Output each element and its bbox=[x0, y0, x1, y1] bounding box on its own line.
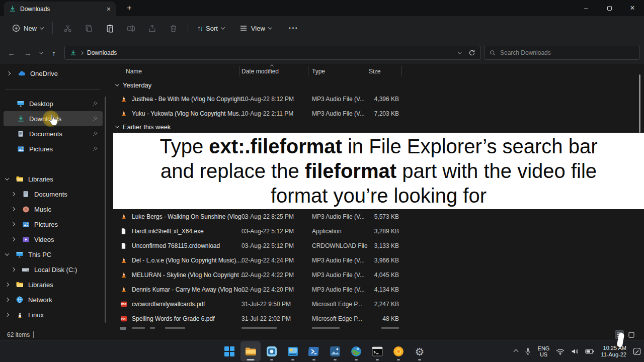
volume-icon[interactable] bbox=[571, 348, 579, 355]
sidebar-item-libraries[interactable]: Libraries bbox=[0, 171, 104, 187]
taskbar-media-app-button[interactable] bbox=[262, 341, 282, 361]
hand-cursor bbox=[48, 114, 58, 126]
back-button[interactable]: ← bbox=[5, 46, 18, 59]
file-row[interactable]: PDF cvcwordfamilywallcards.pdf 31-Jul-22… bbox=[110, 297, 638, 311]
column-header-type[interactable]: Type bbox=[312, 68, 325, 75]
file-date: 31-Jul-22 9:50 PM bbox=[242, 301, 291, 308]
view-button[interactable]: View bbox=[234, 21, 277, 36]
new-button[interactable]: New bbox=[7, 21, 48, 36]
show-hidden-icons-chevron[interactable] bbox=[513, 349, 518, 354]
clock[interactable]: 10:25 AM 11-Aug-22 bbox=[601, 345, 626, 358]
sidebar-item-videos[interactable]: Videos bbox=[0, 232, 104, 247]
thumbnail-view-toggle[interactable] bbox=[627, 330, 636, 339]
plus-circle-icon bbox=[12, 24, 20, 32]
paste-button[interactable] bbox=[99, 24, 120, 33]
column-separator[interactable] bbox=[401, 66, 402, 76]
file-name: Dennis Kumar - Carry Me Away (Vlog No... bbox=[132, 286, 247, 293]
divider bbox=[188, 22, 188, 34]
sidebar-item-linux[interactable]: Linux bbox=[0, 307, 104, 322]
address-dropdown-icon[interactable] bbox=[458, 50, 462, 54]
sidebar-item-music[interactable]: Music bbox=[0, 202, 104, 217]
file-row[interactable]: Del - L.o.v.e (Vlog No Copyright Music).… bbox=[110, 253, 638, 267]
column-header-name[interactable]: Name bbox=[126, 68, 142, 75]
search-box[interactable] bbox=[484, 46, 640, 60]
file-name: Unconfirmed 768115.crdownload bbox=[132, 242, 220, 249]
file-row[interactable]: Luke Bergs - Walking On Sunshine (Vlog .… bbox=[110, 209, 638, 224]
column-header-date-modified[interactable]: Date modified bbox=[242, 68, 279, 75]
sidebar-item-label: Desktop bbox=[29, 100, 53, 108]
delete-button[interactable] bbox=[163, 24, 184, 33]
sidebar-item-documents[interactable]: Documents bbox=[0, 126, 104, 141]
sidebar-item-libraries-documents[interactable]: Documents bbox=[0, 187, 104, 202]
sort-button[interactable]: ↑↓ Sort bbox=[192, 21, 229, 36]
chevron-right-icon bbox=[11, 207, 15, 211]
search-input[interactable] bbox=[500, 49, 621, 56]
close-button[interactable]: × bbox=[621, 0, 644, 16]
sidebar-item-desktop[interactable]: Desktop bbox=[0, 96, 104, 111]
cut-button[interactable] bbox=[57, 24, 78, 33]
wifi-icon[interactable] bbox=[556, 348, 565, 355]
group-header-yesterday[interactable]: Yesterday bbox=[110, 78, 151, 92]
column-separator[interactable] bbox=[239, 66, 239, 76]
taskbar-globe-app-button[interactable] bbox=[346, 341, 366, 361]
taskbar-video-editor-button[interactable] bbox=[283, 341, 303, 361]
file-list-scrollbar[interactable] bbox=[639, 74, 640, 133]
microphone-icon[interactable] bbox=[524, 347, 531, 355]
taskbar-orange-app-button[interactable] bbox=[388, 341, 409, 361]
sidebar-item-onedrive[interactable]: OneDrive bbox=[0, 66, 104, 81]
ellipsis-icon: ··· bbox=[289, 24, 298, 33]
sidebar-item-this-pc[interactable]: This PC bbox=[0, 247, 104, 262]
status-bar: 62 items bbox=[0, 330, 644, 340]
column-header-size[interactable]: Size bbox=[369, 68, 380, 75]
divider bbox=[5, 89, 100, 89]
sort-indicator-icon bbox=[270, 64, 274, 68]
language-indicator[interactable]: ENG US bbox=[538, 345, 550, 357]
new-tab-button[interactable]: + bbox=[124, 3, 135, 13]
sidebar-item-network[interactable]: Network bbox=[0, 292, 104, 307]
maximize-button[interactable] bbox=[598, 0, 621, 16]
up-button[interactable]: ↑ bbox=[47, 46, 60, 59]
file-row[interactable]: MELURAN - Skyline (Vlog No Copyright ...… bbox=[110, 267, 638, 282]
tab-downloads[interactable]: Downloads × bbox=[4, 2, 116, 16]
notification-pen-icon[interactable] bbox=[633, 347, 641, 355]
sidebar-item-pictures[interactable]: Pictures bbox=[0, 141, 104, 156]
copy-button[interactable] bbox=[78, 24, 99, 33]
rename-button[interactable]: A bbox=[120, 24, 141, 33]
taskbar-terminal-button[interactable] bbox=[367, 341, 387, 361]
sidebar-item-local-disk-c[interactable]: Local Disk (C:) bbox=[0, 262, 104, 277]
group-header-earlier-this-week[interactable]: Earlier this week bbox=[110, 121, 171, 133]
start-button[interactable] bbox=[219, 341, 239, 361]
tray-time: 10:25 AM bbox=[601, 345, 626, 351]
music-icon bbox=[21, 206, 30, 213]
refresh-icon[interactable] bbox=[468, 49, 475, 56]
taskbar-photos-button[interactable] bbox=[325, 341, 345, 361]
video-editor-icon bbox=[287, 345, 299, 357]
recent-locations-button[interactable] bbox=[36, 46, 46, 59]
sidebar-scrollbar[interactable] bbox=[105, 97, 106, 323]
file-type: MP3 Audio File (V... bbox=[312, 110, 365, 117]
sidebar-item-libraries-2[interactable]: Libraries bbox=[0, 277, 104, 292]
battery-icon[interactable] bbox=[585, 348, 594, 354]
taskbar-file-explorer-button[interactable] bbox=[240, 341, 261, 361]
tab-close-icon[interactable]: × bbox=[107, 6, 111, 13]
column-separator[interactable] bbox=[365, 66, 365, 76]
forward-button[interactable]: → bbox=[21, 46, 34, 59]
share-button[interactable] bbox=[141, 24, 163, 33]
minimize-button[interactable]: – bbox=[575, 0, 598, 16]
file-row[interactable]: Dennis Kumar - Carry Me Away (Vlog No...… bbox=[110, 282, 638, 297]
file-row[interactable]: Justhea - Be With Me (Vlog No Copyright.… bbox=[110, 92, 638, 106]
file-row[interactable]: Unconfirmed 768115.crdownload 03-Aug-22 … bbox=[110, 238, 638, 253]
file-row[interactable]: PDF Spelling Words for Grade 6.pdf 31-Ju… bbox=[110, 311, 638, 326]
taskbar-settings-button[interactable]: ⚙ bbox=[410, 341, 430, 361]
column-separator[interactable] bbox=[308, 66, 308, 76]
sort-arrows-icon: ↑↓ bbox=[197, 24, 202, 32]
file-row[interactable]: Yuku - Yukowla (Vlog No Copyright Mus...… bbox=[110, 106, 638, 121]
address-bar[interactable]: Downloads bbox=[64, 46, 481, 60]
more-options-button[interactable]: ··· bbox=[284, 20, 303, 36]
sidebar-item-label: Pictures bbox=[29, 145, 53, 153]
taskbar-powershell-button[interactable] bbox=[304, 341, 324, 361]
file-row[interactable]: HardLinkShellExt_X64.exe 03-Aug-22 5:12 … bbox=[110, 224, 638, 238]
partial-file-row[interactable] bbox=[110, 326, 638, 330]
breadcrumb[interactable]: Downloads bbox=[87, 49, 117, 56]
sidebar-item-pictures-library[interactable]: Pictures bbox=[0, 217, 104, 232]
